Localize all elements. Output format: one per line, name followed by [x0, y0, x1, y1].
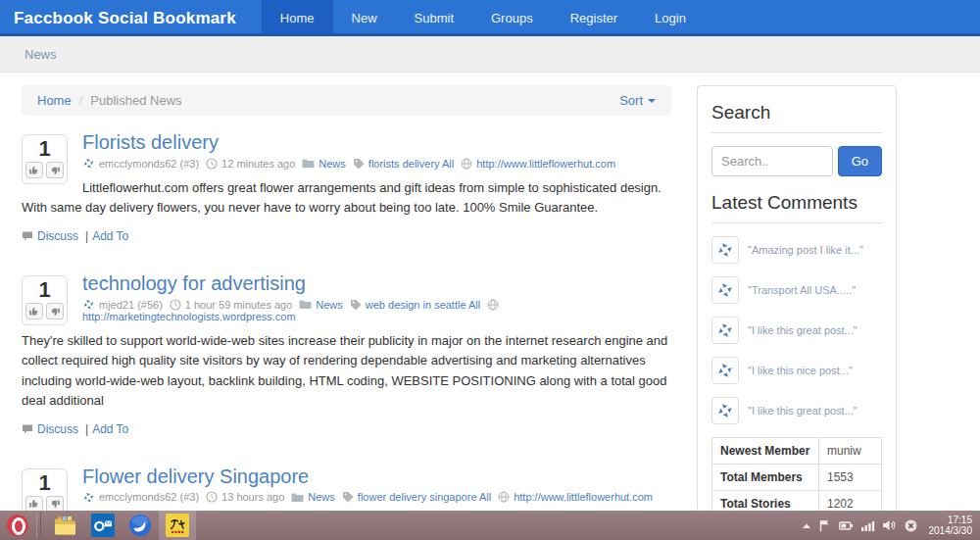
- clock-icon: [206, 158, 218, 170]
- thumbs-down-icon: [49, 498, 61, 510]
- sort-dropdown[interactable]: Sort: [619, 93, 656, 108]
- story-url-link[interactable]: http://marketingtechnologists.wordpress.…: [82, 311, 296, 322]
- circle-x-status-icon[interactable]: [905, 519, 917, 532]
- table-row: Total Members1553: [712, 465, 882, 491]
- comment-link[interactable]: "I like this great post...": [748, 404, 858, 417]
- add-to-link[interactable]: Add To: [92, 229, 128, 243]
- taskbar-separator: [36, 513, 41, 538]
- opera-taskbar-icon[interactable]: [7, 515, 28, 536]
- breadcrumb-home-link[interactable]: Home: [37, 93, 72, 108]
- thumbs-up-button[interactable]: [25, 303, 43, 319]
- story-tags-link[interactable]: web design in seattle All: [366, 299, 480, 311]
- top-navbar: Faccbook Social Bookmark Home New Submit…: [0, 0, 980, 36]
- globe-icon: [487, 299, 499, 311]
- vote-count: 1: [25, 136, 64, 162]
- avatar-icon: [711, 397, 739, 424]
- nav-item-new[interactable]: New: [333, 0, 396, 33]
- clock-date: 2014/3/30: [929, 525, 973, 536]
- avatar-icon: [711, 236, 739, 264]
- battery-icon[interactable]: [839, 520, 854, 531]
- story-description: Littleflowerhut.com offers great flower …: [22, 178, 671, 218]
- show-hidden-icons-chevron[interactable]: [802, 521, 811, 529]
- thumbs-up-button[interactable]: [25, 162, 43, 178]
- add-to-link[interactable]: Add To: [92, 422, 128, 436]
- blue-sphere-app-taskbar-icon[interactable]: [122, 511, 159, 540]
- story-author-link[interactable]: mjed21 (#56): [99, 299, 163, 311]
- story-url-link[interactable]: http://www.littleflowerhut.com: [514, 491, 653, 503]
- vote-box: 1: [22, 275, 68, 325]
- outlook-icon: [91, 514, 115, 537]
- thumbs-down-icon: [49, 165, 61, 176]
- vote-count: 1: [25, 470, 64, 496]
- site-brand[interactable]: Faccbook Social Bookmark: [0, 0, 250, 33]
- story-title-link[interactable]: technology for advertising: [82, 272, 306, 294]
- thumbs-up-icon: [28, 306, 40, 318]
- thumbs-up-icon: [28, 165, 40, 176]
- avatar-icon: [82, 298, 95, 311]
- nav-item-submit[interactable]: Submit: [396, 0, 472, 33]
- breadcrumb: Home / Published News Sort: [22, 85, 671, 116]
- story-url-link[interactable]: http://www.littleflowerhut.com: [476, 158, 615, 170]
- comment-link[interactable]: "I like this great post...": [748, 323, 858, 337]
- comment-link[interactable]: "Transport All USA.....": [748, 283, 856, 297]
- subnav-news-link[interactable]: News: [24, 47, 57, 62]
- breadcrumb-separator: /: [79, 93, 83, 108]
- globe-icon: [498, 491, 510, 503]
- comment-bubble-icon: [22, 230, 33, 242]
- browser-viewport: Faccbook Social Bookmark Home New Submit…: [0, 0, 980, 540]
- story-category-link[interactable]: News: [318, 158, 346, 170]
- nav-item-register[interactable]: Register: [552, 0, 636, 33]
- nav-item-groups[interactable]: Groups: [472, 0, 552, 33]
- blue-sphere-icon: [128, 514, 152, 537]
- tag-icon: [353, 158, 365, 170]
- story-time: 13 hours ago: [221, 491, 284, 503]
- comment-item: "Transport All USA.....": [711, 276, 882, 304]
- outlook-taskbar-icon[interactable]: [84, 511, 122, 540]
- story-author-link[interactable]: emcclymonds62 (#3): [99, 491, 199, 503]
- comment-item: "Amazing post I like it...": [711, 236, 882, 264]
- story-tags-link[interactable]: florists delivery All: [368, 158, 454, 170]
- sidebar: Search Go Latest Comments "Amazing post …: [697, 85, 897, 540]
- globe-icon: [461, 158, 472, 170]
- story-category-link[interactable]: News: [316, 299, 343, 311]
- comment-item: "I like this great post...": [711, 317, 882, 344]
- story-item: 1 technology for advertising mjed21 (#56…: [22, 272, 671, 436]
- nav-item-login[interactable]: Login: [636, 0, 705, 33]
- avatar-icon: [711, 317, 739, 344]
- story-tags-link[interactable]: flower delivery singapore All: [358, 491, 491, 503]
- search-heading: Search: [711, 102, 882, 123]
- clock-time: 17:15: [929, 515, 973, 525]
- caret-down-icon: [648, 99, 656, 103]
- thumbs-down-button[interactable]: [46, 162, 64, 178]
- volume-icon[interactable]: [883, 519, 897, 531]
- discuss-link[interactable]: Discuss: [37, 422, 78, 436]
- discuss-link[interactable]: Discuss: [37, 229, 78, 243]
- avatar-icon: [711, 357, 739, 384]
- story-title-link[interactable]: Flower delivery Singapore: [82, 466, 309, 487]
- latest-comments-heading: Latest Comments: [711, 192, 882, 214]
- thumbs-down-button[interactable]: [46, 303, 64, 319]
- taskbar-clock[interactable]: 17:15 2014/3/30: [925, 515, 973, 536]
- network-signal-icon[interactable]: [861, 520, 875, 531]
- story-title-link[interactable]: Florists delivery: [82, 131, 219, 153]
- avatar-icon: [82, 491, 95, 504]
- avatar-icon: [711, 276, 739, 304]
- folder-icon: [302, 158, 315, 169]
- folder-icon: [299, 299, 312, 310]
- search-input[interactable]: [711, 146, 833, 176]
- story-author-link[interactable]: emcclymonds62 (#3): [99, 158, 199, 170]
- secondary-navbar: News: [0, 36, 980, 73]
- search-go-button[interactable]: Go: [838, 146, 882, 176]
- comment-item: "I like this great post...": [711, 397, 882, 424]
- comment-link[interactable]: "Amazing post I like it...": [748, 243, 863, 257]
- nav-item-home[interactable]: Home: [262, 0, 333, 33]
- story-time: 12 minutes ago: [221, 158, 295, 170]
- vote-box: 1: [22, 134, 68, 184]
- tag-icon: [350, 299, 362, 311]
- action-center-flag-icon[interactable]: [819, 519, 831, 532]
- comment-link[interactable]: "I like this nice post...": [748, 364, 853, 377]
- file-explorer-taskbar-icon[interactable]: [47, 511, 84, 540]
- story-category-link[interactable]: News: [308, 491, 335, 503]
- clock-icon: [170, 299, 181, 311]
- yellow-app-taskbar-icon[interactable]: [159, 511, 196, 540]
